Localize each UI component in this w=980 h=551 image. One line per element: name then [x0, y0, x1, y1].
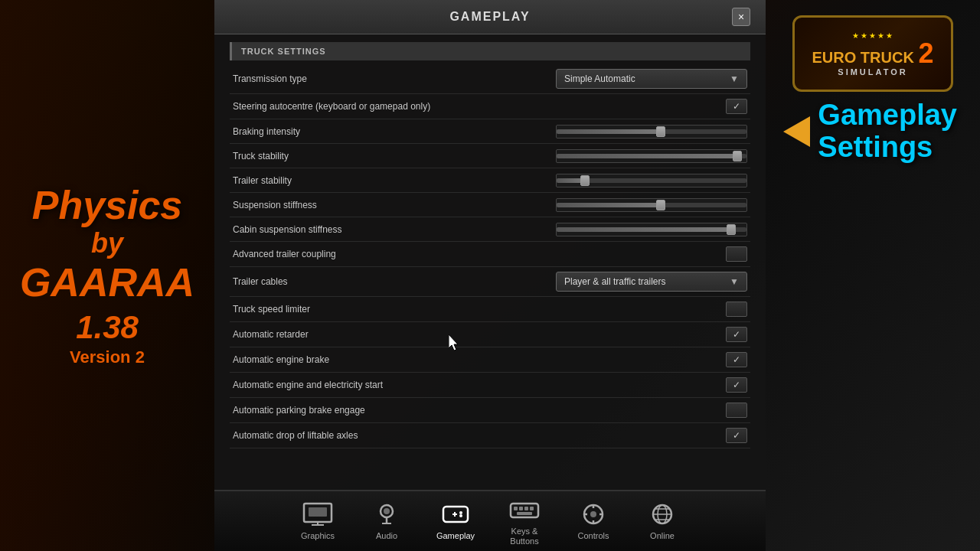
- setting-control[interactable]: Player & all traffic trailers▼: [548, 272, 747, 292]
- svg-rect-17: [524, 507, 528, 510]
- setting-label: Trailer cables: [233, 276, 548, 287]
- setting-label: Truck speed limiter: [233, 304, 548, 315]
- setting-row: Cabin suspension stiffness: [230, 217, 750, 242]
- slider-track: [557, 154, 746, 158]
- setting-label: Automatic retarder: [233, 329, 548, 340]
- setting-control[interactable]: ✓: [548, 99, 747, 114]
- setting-row: Automatic engine and electricity start✓: [230, 373, 750, 398]
- setting-row: Braking intensity: [230, 119, 750, 144]
- checkbox[interactable]: [726, 403, 747, 418]
- gameplay-settings-label: GameplaySettings: [783, 99, 957, 164]
- checkbox[interactable]: ✓: [726, 327, 747, 342]
- physics-title: Physics: [32, 184, 183, 227]
- svg-point-13: [459, 514, 462, 517]
- ets2-simulator: SIMULATOR: [838, 67, 907, 77]
- slider[interactable]: [556, 125, 747, 139]
- ets2-name: EURO TRUCK 2: [812, 40, 934, 67]
- physics-by: by: [91, 227, 123, 259]
- svg-rect-16: [519, 507, 523, 510]
- svg-point-21: [590, 511, 596, 517]
- setting-row: Automatic drop of liftable axles✓: [230, 423, 750, 448]
- setting-control[interactable]: [548, 302, 747, 317]
- audio-icon: [370, 500, 403, 528]
- setting-control[interactable]: [548, 174, 747, 187]
- setting-row: Automatic retarder✓: [230, 322, 750, 347]
- setting-control[interactable]: [548, 125, 747, 139]
- slider-track: [557, 129, 746, 134]
- dialog-content[interactable]: TRUCK SETTINGS Transmission typeSimple A…: [214, 34, 766, 502]
- gameplay-settings-text: GameplaySettings: [818, 99, 957, 164]
- dropdown[interactable]: Player & all traffic trailers▼: [556, 272, 747, 292]
- setting-row: Truck speed limiter: [230, 297, 750, 322]
- ets2-stars: ★★★★★: [852, 31, 894, 40]
- setting-row: Suspension stiffness: [230, 193, 750, 217]
- setting-control[interactable]: ✓: [548, 377, 747, 393]
- nav-item-gameplay[interactable]: Gameplay: [421, 497, 490, 545]
- slider-thumb[interactable]: [727, 224, 736, 235]
- nav-item-online[interactable]: Online: [628, 497, 697, 545]
- svg-rect-15: [514, 507, 518, 510]
- svg-rect-1: [309, 507, 327, 517]
- checkbox[interactable]: ✓: [726, 352, 747, 367]
- physics-author: GAARAA: [20, 259, 194, 305]
- setting-label: Automatic parking brake engage: [233, 405, 548, 416]
- setting-row: Advanced trailer coupling: [230, 242, 750, 267]
- truck-settings-header: TRUCK SETTINGS: [230, 42, 750, 60]
- checkbox[interactable]: [726, 302, 747, 317]
- setting-control[interactable]: ✓: [548, 352, 747, 367]
- controls-icon: [577, 500, 610, 528]
- gameplay-icon: [439, 500, 472, 528]
- setting-control[interactable]: ✓: [548, 428, 747, 443]
- setting-label: Automatic engine and electricity start: [233, 380, 548, 390]
- nav-item-keys[interactable]: Keys &Buttons: [490, 492, 559, 550]
- setting-label: Automatic engine brake: [233, 354, 548, 365]
- nav-label-online: Online: [650, 531, 675, 541]
- dialog-header: GAMEPLAY ×: [214, 0, 766, 34]
- slider[interactable]: [556, 223, 747, 236]
- nav-label-gameplay: Gameplay: [436, 531, 475, 541]
- checkbox[interactable]: ✓: [726, 428, 747, 443]
- checkbox[interactable]: [726, 246, 747, 262]
- svg-rect-19: [517, 512, 532, 515]
- setting-control[interactable]: ✓: [548, 327, 747, 342]
- checkbox[interactable]: ✓: [726, 377, 747, 393]
- nav-item-controls[interactable]: Controls: [559, 497, 628, 545]
- slider[interactable]: [556, 149, 747, 163]
- setting-control[interactable]: [548, 198, 747, 212]
- online-icon: [645, 500, 679, 528]
- ets2-logo: ★★★★★ EURO TRUCK 2 SIMULATOR: [792, 15, 953, 92]
- setting-row: Automatic parking brake engage: [230, 398, 750, 423]
- slider-thumb[interactable]: [656, 200, 665, 210]
- setting-label: Cabin suspension stiffness: [233, 224, 548, 235]
- nav-item-graphics[interactable]: Graphics: [283, 497, 352, 545]
- checkbox[interactable]: ✓: [726, 99, 747, 114]
- nav-label-graphics: Graphics: [301, 531, 335, 541]
- slider-thumb[interactable]: [733, 151, 742, 161]
- setting-control[interactable]: [548, 246, 747, 262]
- slider[interactable]: [556, 198, 747, 212]
- slider-thumb[interactable]: [580, 175, 590, 186]
- setting-row: Trailer cablesPlayer & all traffic trail…: [230, 267, 750, 297]
- setting-control[interactable]: [548, 223, 747, 236]
- setting-label: Truck stability: [233, 151, 548, 161]
- setting-control[interactable]: Simple Automatic▼: [548, 69, 747, 89]
- slider[interactable]: [556, 174, 747, 187]
- setting-row: Transmission typeSimple Automatic▼: [230, 64, 750, 94]
- close-button[interactable]: ×: [732, 8, 750, 26]
- setting-control[interactable]: [548, 403, 747, 418]
- left-panel: Physics by GAARAA 1.38 Version 2: [0, 0, 214, 551]
- setting-label: Advanced trailer coupling: [233, 249, 548, 259]
- dropdown[interactable]: Simple Automatic▼: [556, 69, 747, 89]
- slider-thumb[interactable]: [656, 126, 665, 137]
- slider-track: [557, 203, 746, 207]
- setting-label: Automatic drop of liftable axles: [233, 430, 548, 441]
- slider-track: [557, 227, 746, 232]
- gameplay-dialog: GAMEPLAY × TRUCK SETTINGS Transmission t…: [214, 0, 766, 551]
- setting-control[interactable]: [548, 149, 747, 163]
- svg-point-6: [384, 508, 390, 514]
- nav-label-controls: Controls: [578, 531, 609, 541]
- nav-item-audio[interactable]: Audio: [352, 497, 421, 545]
- setting-row: Automatic engine brake✓: [230, 347, 750, 373]
- setting-label: Transmission type: [233, 73, 548, 84]
- keys-icon: [508, 496, 541, 523]
